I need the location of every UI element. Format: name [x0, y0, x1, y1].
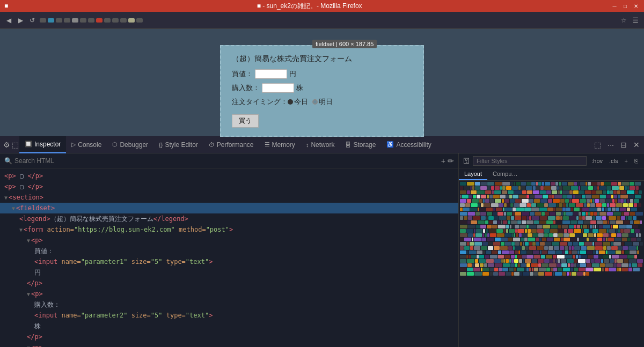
style-block — [526, 195, 529, 198]
html-line[interactable]: <p> ▢ </p> — [0, 171, 458, 181]
style-block — [515, 246, 521, 250]
style-block — [620, 208, 626, 211]
dot-7[interactable] — [88, 18, 94, 23]
add-style-btn[interactable]: + — [623, 158, 630, 164]
dot-4[interactable] — [64, 18, 70, 23]
dock-btn[interactable]: ⊟ — [618, 141, 629, 149]
html-line[interactable]: <p> — [0, 235, 458, 246]
style-block — [493, 272, 498, 276]
pick-element-icon[interactable]: ⬚ — [11, 141, 19, 149]
minimize-button[interactable]: ─ — [611, 2, 618, 10]
style-block — [620, 199, 624, 203]
copy-style-btn[interactable]: ⎘ — [633, 158, 640, 164]
style-block — [542, 250, 547, 254]
dot-8[interactable] — [96, 18, 103, 23]
style-block — [605, 199, 612, 203]
tab-inspector[interactable]: 🔲 Inspector — [19, 136, 66, 153]
maximize-button[interactable]: □ — [621, 2, 629, 10]
style-block — [606, 216, 608, 220]
style-block — [617, 190, 620, 194]
html-line[interactable]: 株 — [0, 321, 458, 331]
style-block — [514, 182, 515, 186]
html-line[interactable]: <fieldset> — [0, 203, 458, 213]
style-block — [493, 212, 497, 216]
radio-today[interactable] — [288, 99, 293, 105]
devtools-options-icon[interactable]: ⚙ — [2, 141, 11, 149]
dot-3[interactable] — [56, 18, 62, 23]
tab-layout[interactable]: Layout — [459, 168, 487, 180]
style-block — [586, 195, 591, 198]
quantity-input[interactable] — [262, 83, 294, 93]
style-block — [621, 242, 624, 246]
html-line[interactable]: <legend>（超）簡易な株式売買注文フォーム</legend> — [0, 213, 458, 224]
html-line[interactable]: <input name="parameter1" size="5" type="… — [0, 256, 458, 267]
style-block — [617, 263, 621, 267]
tab-network[interactable]: ↕ Network — [301, 136, 340, 153]
html-line[interactable]: 円 — [0, 267, 458, 278]
add-node-btn[interactable]: + — [441, 157, 445, 165]
style-block — [495, 238, 501, 241]
tab-computed[interactable]: Compu… — [487, 168, 523, 180]
tab-console[interactable]: ▷ Console — [66, 136, 107, 153]
html-line[interactable]: 買値： — [0, 246, 458, 256]
close-button[interactable]: ✕ — [632, 2, 640, 10]
hov-btn[interactable]: :hov — [590, 158, 604, 164]
style-block — [586, 259, 590, 263]
html-line[interactable]: <p> — [0, 289, 458, 299]
style-block — [534, 199, 540, 203]
html-line[interactable]: <p> — [0, 342, 458, 347]
dot-2[interactable] — [48, 18, 54, 23]
styles-header: ⚿ :hov .cls + ⎘ — [459, 153, 644, 168]
tab-style-editor[interactable]: {} Style Editor — [153, 136, 203, 153]
radio-tomorrow[interactable] — [312, 99, 318, 105]
style-block — [595, 199, 599, 203]
html-line[interactable]: </p> — [0, 278, 458, 289]
style-block — [545, 272, 552, 276]
refresh-button[interactable]: ↺ — [28, 16, 36, 25]
dot-5[interactable] — [72, 18, 78, 23]
style-block — [603, 255, 609, 259]
tab-memory[interactable]: ☰ Memory — [259, 136, 301, 153]
html-line[interactable]: <input name="parameter2" size="5" type="… — [0, 310, 458, 321]
dot-12[interactable] — [128, 18, 135, 23]
html-line[interactable]: <section> — [0, 192, 458, 203]
back-button[interactable]: ◀ — [4, 16, 13, 25]
html-line[interactable]: <form action="https://blog.sun-ek2.com" … — [0, 224, 458, 235]
tab-performance[interactable]: ⏱ Performance — [203, 136, 259, 153]
cls-btn[interactable]: .cls — [608, 158, 620, 164]
style-block — [588, 255, 593, 259]
html-line[interactable]: </p> — [0, 331, 458, 342]
style-block — [568, 263, 570, 267]
style-block — [550, 229, 558, 233]
style-block — [477, 250, 482, 254]
dot-13[interactable] — [136, 18, 143, 23]
responsive-mode-btn[interactable]: ⬚ — [592, 141, 603, 149]
style-block — [559, 186, 562, 190]
dot-11[interactable] — [120, 18, 127, 23]
dot-9[interactable] — [104, 18, 111, 23]
close-devtools-btn[interactable]: ✕ — [631, 141, 642, 149]
filter-styles-input[interactable] — [473, 156, 587, 166]
html-line[interactable]: <p> ▢ </p> — [0, 181, 458, 192]
html-content[interactable]: <p> ▢ </p><p> ▢ </p><section><fieldset><… — [0, 168, 458, 347]
bookmark-icon[interactable]: ☆ — [619, 16, 628, 25]
dot-1[interactable] — [40, 18, 46, 23]
style-block — [481, 182, 487, 186]
search-input[interactable] — [14, 157, 439, 165]
style-block — [607, 203, 609, 207]
dot-6[interactable] — [80, 18, 86, 23]
dot-10[interactable] — [112, 18, 119, 23]
tab-debugger[interactable]: ⬡ Debugger — [107, 136, 153, 153]
html-line[interactable]: 購入数： — [0, 299, 458, 310]
tab-accessibility[interactable]: ♿ Accessibility — [381, 136, 436, 153]
tab-storage[interactable]: 🗄 Storage — [340, 136, 381, 153]
menu-icon[interactable]: ☰ — [631, 16, 640, 25]
style-block — [556, 208, 562, 211]
toolbar-dots — [40, 18, 143, 23]
buy-button[interactable]: 買う — [232, 114, 259, 128]
price-input[interactable] — [255, 69, 287, 79]
forward-button[interactable]: ▶ — [16, 16, 25, 25]
edit-html-btn[interactable]: ✏ — [448, 157, 454, 165]
more-tools-btn[interactable]: ··· — [605, 141, 616, 149]
style-block — [526, 255, 533, 259]
